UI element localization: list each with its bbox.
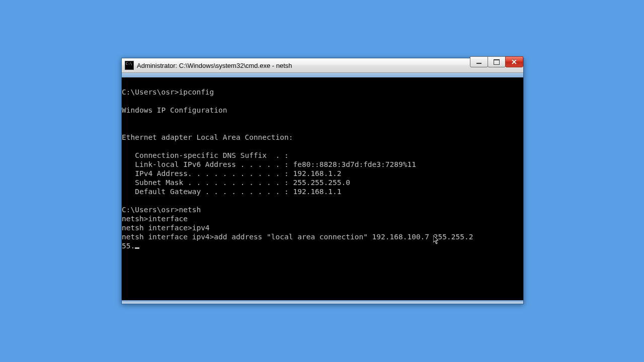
close-button[interactable]: ✕: [505, 56, 523, 67]
maximize-icon: [494, 59, 500, 65]
window-title: Administrator: C:\Windows\system32\cmd.e…: [137, 62, 292, 69]
terminal-output[interactable]: C:\Users\osr>ipconfig Windows IP Configu…: [122, 77, 523, 304]
cmd-window: Administrator: C:\Windows\system32\cmd.e…: [121, 58, 524, 304]
close-icon: ✕: [511, 58, 517, 65]
window-controls: ✕: [470, 56, 523, 67]
text-cursor: [135, 247, 139, 249]
window-bottom-border: [122, 300, 523, 304]
minimize-button[interactable]: [470, 56, 488, 67]
minimize-icon: [476, 63, 481, 64]
cmd-icon: [125, 61, 134, 70]
titlebar[interactable]: Administrator: C:\Windows\system32\cmd.e…: [122, 58, 523, 73]
maximize-button[interactable]: [488, 56, 506, 67]
